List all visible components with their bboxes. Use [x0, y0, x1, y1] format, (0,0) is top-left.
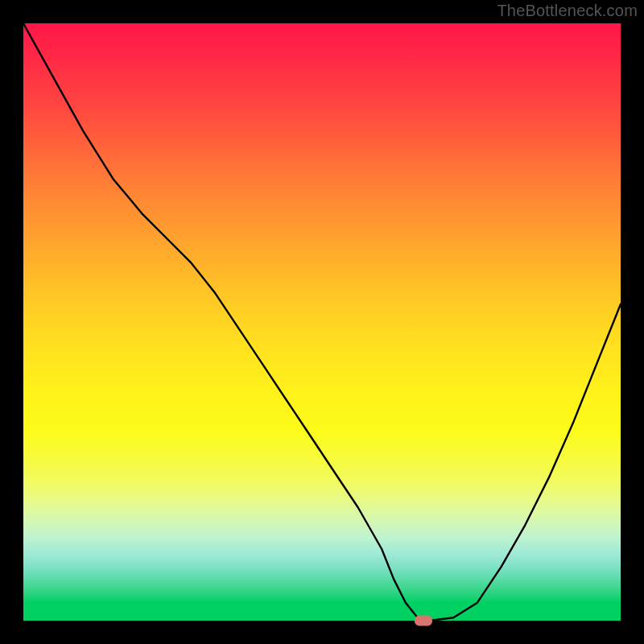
- optimal-point-marker: [415, 616, 432, 626]
- watermark-text: TheBottleneck.com: [497, 2, 638, 20]
- chart-plot-area: [23, 23, 621, 621]
- bottleneck-curve: [23, 23, 621, 621]
